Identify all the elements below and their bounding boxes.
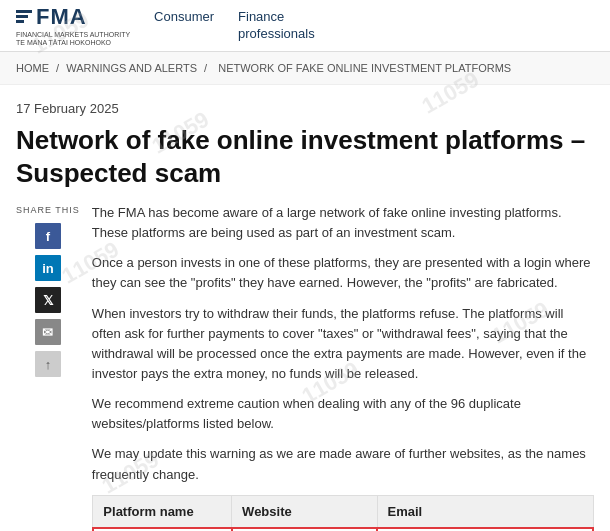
share-label: SHARE THIS xyxy=(16,205,80,215)
content-area: SHARE THIS f in 𝕏 ✉ ↑ The FMA has become… xyxy=(16,203,594,531)
article-title: Network of fake online investment platfo… xyxy=(16,124,594,189)
breadcrumb-current: NETWORK OF FAKE ONLINE INVESTMENT PLATFO… xyxy=(218,62,511,74)
paragraph-2: Once a person invests in one of these pl… xyxy=(92,253,594,293)
main-nav: Consumer Finance professionals xyxy=(154,9,315,43)
col-platform: Platform name xyxy=(93,495,232,528)
share-twitter-button[interactable]: 𝕏 xyxy=(35,287,61,313)
paragraph-1: The FMA has become aware of a large netw… xyxy=(92,203,594,243)
breadcrumb-warnings[interactable]: WARNINGS AND ALERTS xyxy=(66,62,197,74)
main-content: 17 February 2025 Network of fake online … xyxy=(0,85,610,531)
share-facebook-button[interactable]: f xyxy=(35,223,61,249)
logo[interactable]: FMA FINANCIAL MARKETS AUTHORITY TE MANA … xyxy=(16,4,130,48)
breadcrumb-home[interactable]: HOME xyxy=(16,62,49,74)
paragraph-4: We recommend extreme caution when dealin… xyxy=(92,394,594,434)
paragraph-3: When investors try to withdraw their fun… xyxy=(92,304,594,385)
logo-bars-icon xyxy=(16,10,32,23)
nav-finance-professionals[interactable]: Finance professionals xyxy=(238,9,315,43)
breadcrumb: HOME / WARNINGS AND ALERTS / NETWORK OF … xyxy=(0,52,610,85)
article-date: 17 February 2025 xyxy=(16,101,594,116)
share-top-button[interactable]: ↑ xyxy=(35,351,61,377)
col-email: Email xyxy=(377,495,593,528)
col-website: Website xyxy=(232,495,377,528)
logo-subtitle: FINANCIAL MARKETS AUTHORITY TE MANA TĀTA… xyxy=(16,31,130,48)
share-email-button[interactable]: ✉ xyxy=(35,319,61,345)
nav-professionals-label: professionals xyxy=(238,26,315,43)
share-linkedin-button[interactable]: in xyxy=(35,255,61,281)
nav-finance-label: Finance xyxy=(238,9,315,26)
share-sidebar: SHARE THIS f in 𝕏 ✉ ↑ xyxy=(16,203,80,531)
table-header-row: Platform name Website Email xyxy=(93,495,593,528)
paragraph-5: We may update this warning as we are mad… xyxy=(92,444,594,484)
site-header: FMA FINANCIAL MARKETS AUTHORITY TE MANA … xyxy=(0,0,610,52)
article-body: The FMA has become aware of a large netw… xyxy=(92,203,594,531)
platforms-table: Platform name Website Email FOBOXfoboxgl… xyxy=(92,495,594,531)
logo-fma-text: FMA xyxy=(36,4,87,30)
nav-consumer[interactable]: Consumer xyxy=(154,9,214,26)
